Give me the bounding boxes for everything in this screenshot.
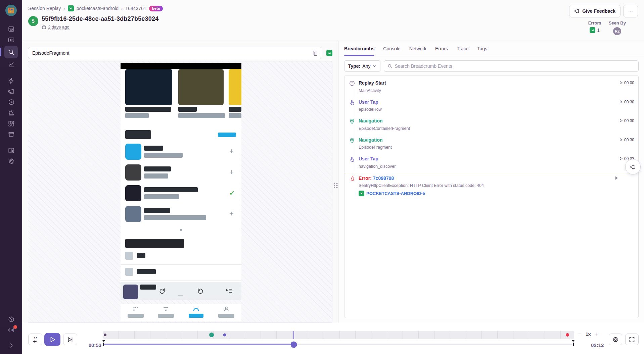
event-title: Navigation [359, 118, 383, 123]
breadcrumb-project[interactable]: pocketcasts-android [77, 6, 119, 11]
gap-marker-end [571, 340, 575, 342]
tab-errors[interactable]: Errors [435, 41, 448, 56]
event-description: MainActivity [359, 88, 619, 93]
breadcrumb-event-row[interactable]: User TapepisodeRow00:30 [344, 96, 638, 115]
platform-android-icon [326, 50, 332, 56]
breadcrumb-search-input[interactable] [395, 63, 635, 69]
pin-icon [349, 118, 356, 125]
play-button[interactable] [44, 333, 60, 346]
redo-icon [196, 287, 204, 295]
breadcrumb-replay-number[interactable]: 16443761 [125, 6, 146, 11]
error-project-link[interactable]: POCKETCASTS-ANDROID-5 [359, 191, 614, 196]
timeline-event-strip[interactable] [103, 331, 574, 339]
rewind-10s-button[interactable]: 10 [28, 334, 42, 345]
play-from-event-button[interactable]: 00:30 [619, 99, 634, 112]
playhead-handle[interactable] [291, 341, 297, 348]
org-avatar[interactable] [5, 5, 17, 16]
sidebar-item-alerts[interactable] [4, 107, 18, 118]
undo-icon [158, 287, 166, 295]
breadcrumb-session-replay[interactable]: Session Replay [28, 6, 61, 11]
svg-text:10: 10 [34, 337, 37, 340]
sidebar-item-insights[interactable] [4, 59, 18, 70]
discover-icon [192, 306, 200, 312]
tab-tags[interactable]: Tags [477, 41, 487, 56]
fullscreen-icon [629, 336, 635, 343]
play-from-event-button[interactable]: 00:30 [619, 137, 634, 150]
breadcrumb-event-row[interactable]: NavigationEpisodeFragment00:30 [344, 134, 638, 153]
sidebar-item-stats[interactable] [4, 145, 18, 156]
breadcrumb-sep: › [63, 6, 65, 11]
timeline-event-marker[interactable] [223, 334, 226, 337]
alerts-icon [8, 109, 15, 116]
breadcrumb-event-row[interactable]: Replay StartMainActivity00:00 [344, 77, 638, 96]
android-icon [68, 5, 74, 11]
tab-console[interactable]: Console [383, 41, 400, 56]
speed-control: − 1x + [578, 331, 598, 337]
dom-filter-input[interactable] [32, 50, 312, 56]
sidebar-item-settings[interactable] [4, 156, 18, 166]
fullscreen-button[interactable] [625, 334, 639, 345]
sidebar-item-releases[interactable] [4, 129, 18, 140]
sidebar-item-whats-new[interactable] [4, 324, 18, 335]
breadcrumb-sep: › [121, 6, 123, 11]
tab-network[interactable]: Network [409, 41, 426, 56]
event-title: Navigation [359, 137, 383, 143]
sidebar-item-history[interactable] [4, 97, 18, 107]
speed-increase-button[interactable]: + [595, 331, 599, 337]
tap-icon [349, 99, 356, 106]
sidebar-item-explore[interactable] [4, 46, 18, 58]
performance-icon [8, 77, 15, 84]
feedback-icon [8, 88, 15, 95]
tab-trace[interactable]: Trace [457, 41, 468, 56]
android-icon [590, 27, 595, 33]
pane-resize-handle[interactable] [334, 182, 338, 188]
sidebar-item-expand[interactable] [4, 340, 18, 351]
sidebar-item-help[interactable] [4, 314, 18, 324]
timeline-event-marker[interactable] [209, 333, 214, 337]
event-description: SentryHttpClientException: HTTP Client E… [359, 183, 614, 188]
time-ago-label[interactable]: 2 days ago [48, 24, 70, 30]
issues-icon [8, 26, 15, 33]
speed-decrease-button[interactable]: − [578, 331, 581, 337]
type-filter-dropdown[interactable]: Type: Any [344, 60, 380, 72]
play-icon [49, 336, 56, 343]
copy-icon [312, 50, 318, 56]
tab-breadcrumbs[interactable]: Breadcrumbs [344, 41, 374, 56]
errors-count[interactable]: 1 [590, 27, 600, 33]
player-settings-button[interactable] [609, 334, 622, 345]
sidebar-item-performance[interactable] [4, 75, 18, 86]
replay-video-canvas[interactable]: + + ✓ + [28, 61, 332, 323]
copy-button[interactable] [312, 50, 319, 57]
breadcrumb-event-list: Replay StartMainActivity00:00User Tapepi… [344, 75, 639, 318]
history-icon [8, 99, 15, 106]
error-id-link[interactable]: 7c098708 [373, 175, 394, 181]
timeline-event-marker[interactable] [566, 333, 569, 337]
sidebar-item-dashboards[interactable] [4, 118, 18, 129]
sidebar-item-feedback[interactable] [4, 86, 18, 97]
skip-end-icon [67, 336, 74, 343]
tap-icon [349, 156, 356, 163]
breadcrumb-event-row[interactable]: Error: 7c098708SentryHttpClientException… [344, 172, 638, 200]
play-from-event-button[interactable] [614, 175, 634, 197]
event-title: Error: 7c098708 [359, 175, 394, 181]
sidebar-item-projects[interactable] [4, 34, 18, 45]
sidebar-item-issues[interactable] [4, 23, 18, 34]
breadcrumb-search-field [384, 60, 639, 72]
skip-to-end-button[interactable] [63, 334, 77, 345]
timeline [103, 323, 574, 354]
breadcrumb-event-row[interactable]: NavigationEpisodeContainerFragment00:30 [344, 115, 638, 134]
dashboards-icon [8, 120, 15, 127]
info-icon [349, 80, 356, 87]
more-options-button[interactable] [623, 5, 638, 17]
give-feedback-button[interactable]: Give Feedback [569, 5, 620, 17]
wireframe-bottom-nav [121, 304, 241, 321]
timeline-event-marker[interactable] [104, 334, 106, 336]
megaphone-icon [630, 164, 636, 170]
total-duration: 02:12 [591, 342, 604, 348]
play-from-event-button[interactable]: 00:00 [619, 80, 634, 93]
breadcrumb-event-row[interactable]: User Tapnavigation_discover00:33 [344, 153, 638, 172]
play-from-event-button[interactable]: 00:30 [619, 118, 634, 131]
timeline-scrubber[interactable] [103, 344, 574, 345]
floating-feedback-button[interactable] [625, 159, 641, 174]
wireframe-nav-discover [184, 306, 208, 318]
